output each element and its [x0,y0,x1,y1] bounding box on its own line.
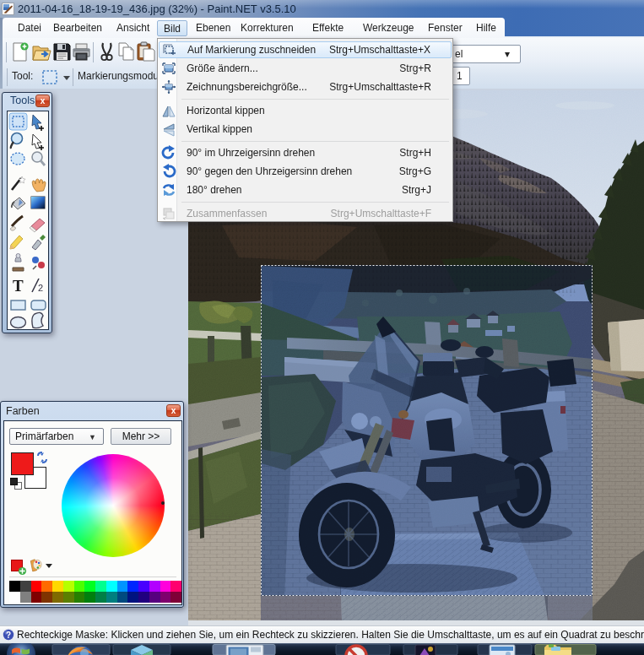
svg-text:?: ? [6,631,11,640]
svg-text:T: T [13,277,24,295]
svg-text:2: 2 [38,283,43,293]
